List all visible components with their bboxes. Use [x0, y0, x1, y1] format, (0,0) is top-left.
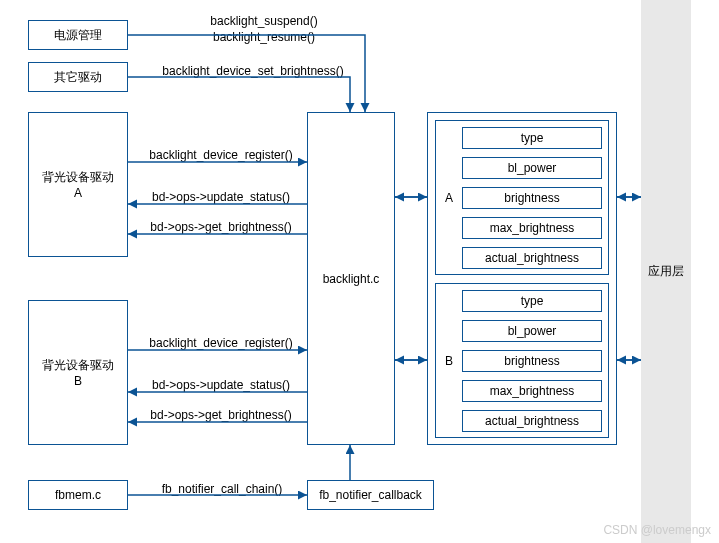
arrows-svg: [0, 0, 719, 543]
